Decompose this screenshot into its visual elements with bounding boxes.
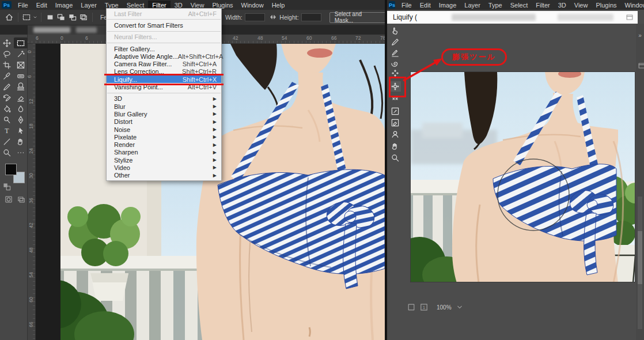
- type-tool-icon[interactable]: T: [0, 125, 14, 136]
- menu-separator: [107, 31, 221, 32]
- line-tool-icon[interactable]: [0, 136, 14, 147]
- height-field[interactable]: [301, 13, 321, 21]
- menu-item-noise[interactable]: Noise▶: [107, 126, 221, 133]
- pen-tool-icon[interactable]: [14, 114, 28, 125]
- face-tool-icon[interactable]: [389, 129, 401, 139]
- eraser-tool-icon[interactable]: [14, 92, 28, 103]
- menu-item-other[interactable]: Other▶: [107, 172, 221, 179]
- history-brush-tool-icon[interactable]: [0, 92, 14, 103]
- eyedropper-tool-icon[interactable]: [0, 70, 14, 81]
- add-selection-icon[interactable]: [55, 12, 67, 23]
- menu-item-blur-gallery[interactable]: Blur Gallery▶: [107, 110, 221, 118]
- document-tab[interactable]: [28, 25, 106, 35]
- menubar-item-file[interactable]: File: [14, 1, 32, 10]
- blur-tool-icon[interactable]: [14, 103, 28, 114]
- path-select-tool-icon[interactable]: [14, 125, 28, 136]
- ellipsis-tool-icon[interactable]: [14, 147, 28, 158]
- menu-item-neural-filters[interactable]: Neural Filters...: [107, 33, 221, 41]
- home-icon[interactable]: [3, 12, 15, 23]
- menu-item-distort[interactable]: Distort▶: [107, 118, 221, 126]
- tool-preset-marquee-icon[interactable]: [21, 12, 32, 23]
- chevron-down-icon[interactable]: [455, 303, 464, 312]
- hand-tool-icon[interactable]: [389, 141, 401, 152]
- menu-item-video[interactable]: Video▶: [107, 164, 221, 171]
- canvas-pasteboard: [36, 44, 60, 340]
- zoom-tool-icon[interactable]: [0, 147, 14, 158]
- scrollbar-thumb[interactable]: [638, 231, 642, 284]
- lasso-tool-icon[interactable]: [0, 48, 14, 59]
- menu-item-sharpen[interactable]: Sharpen▶: [107, 149, 221, 156]
- submenu-arrow-icon: ▶: [213, 119, 217, 124]
- menubar-item-plugins[interactable]: Plugins: [592, 1, 620, 10]
- link-dimensions-icon[interactable]: [267, 12, 279, 23]
- menu-item-render[interactable]: Render▶: [107, 141, 221, 148]
- liquify-preview[interactable]: [410, 71, 635, 282]
- dodge-tool-icon[interactable]: [0, 114, 14, 125]
- quick-mask-icon[interactable]: [4, 195, 13, 204]
- screen-mode-icon[interactable]: [17, 195, 26, 204]
- freeze-mask-tool-icon[interactable]: [389, 106, 401, 116]
- zoom-level-value[interactable]: 100%: [437, 304, 452, 311]
- menubar-item-type[interactable]: Type: [484, 1, 506, 10]
- ruler-number: 6: [85, 35, 88, 41]
- width-field[interactable]: [245, 13, 265, 21]
- menu-item-pixelate[interactable]: Pixelate▶: [107, 133, 221, 141]
- menu-item-blur[interactable]: Blur▶: [107, 103, 221, 110]
- menu-item-liquify[interactable]: Liquify...Shift+Ctrl+X: [107, 75, 221, 83]
- menubar-item-image[interactable]: Image: [435, 1, 461, 10]
- preview-scrollbar[interactable]: [638, 197, 642, 329]
- dialog-title: Liquify (: [393, 13, 417, 21]
- restore-window-icon[interactable]: [625, 13, 634, 22]
- properties-panel-icon[interactable]: [637, 61, 644, 70]
- crop-tool-icon[interactable]: [0, 59, 14, 70]
- menubar-item-edit[interactable]: Edit: [32, 1, 51, 10]
- menubar-item-edit[interactable]: Edit: [416, 1, 435, 10]
- menubar-item-window[interactable]: Window: [621, 1, 644, 10]
- smooth-tool-icon[interactable]: [389, 48, 401, 58]
- caret-down-icon[interactable]: [32, 12, 38, 23]
- magic-wand-tool-icon[interactable]: [14, 48, 28, 59]
- brush-tool-icon[interactable]: [0, 81, 14, 92]
- liquify-title-bar[interactable]: Liquify (: [387, 11, 638, 24]
- move-tool-icon[interactable]: [0, 37, 14, 48]
- menubar-item-select[interactable]: Select: [506, 1, 532, 10]
- menu-item-convert-for-smart-filters[interactable]: Convert for Smart Filters: [107, 21, 221, 29]
- hand-tool-icon[interactable]: [14, 136, 28, 147]
- menubar-item-image[interactable]: Image: [51, 1, 77, 10]
- select-and-mask-button[interactable]: Select and Mask...: [329, 12, 386, 23]
- ruler-number: 0: [60, 35, 63, 41]
- foreground-color-swatch[interactable]: [5, 164, 17, 175]
- thaw-mask-tool-icon[interactable]: [389, 118, 401, 128]
- menubar-item-layer[interactable]: Layer: [460, 1, 484, 10]
- menu-item-adaptive-wide-angle[interactable]: Adaptive Wide Angle...Alt+Shift+Ctrl+A: [107, 52, 221, 60]
- new-selection-icon[interactable]: [44, 12, 56, 23]
- menu-item-last-filter[interactable]: Last FilterAlt+Ctrl+F: [107, 10, 221, 17]
- menubar-item-help[interactable]: Help: [268, 1, 289, 10]
- marquee-tool-icon[interactable]: [14, 37, 28, 48]
- clone-stamp-tool-icon[interactable]: [14, 81, 28, 92]
- gradient-tool-icon[interactable]: [0, 103, 14, 114]
- menubar-item-layer[interactable]: Layer: [77, 1, 101, 10]
- menu-item-3d[interactable]: 3D▶: [107, 95, 221, 103]
- default-swatches-icon[interactable]: [2, 182, 12, 191]
- svg-text:T: T: [5, 127, 9, 135]
- menubar-item-file[interactable]: File: [397, 1, 416, 10]
- healing-tool-icon[interactable]: [14, 70, 28, 81]
- intersect-selection-icon[interactable]: [78, 12, 89, 23]
- menubar-item-window[interactable]: Window: [237, 1, 268, 10]
- reconstruct-tool-icon[interactable]: [389, 37, 401, 47]
- forward-warp-tool-icon[interactable]: [389, 25, 401, 36]
- collapse-panels-icon[interactable]: »: [636, 32, 644, 39]
- menu-item-stylize[interactable]: Stylize▶: [107, 156, 221, 164]
- frame-tool-icon[interactable]: [14, 59, 28, 70]
- square-1-icon[interactable]: 1: [419, 303, 429, 312]
- menu-item-filter-gallery[interactable]: Filter Gallery...: [107, 45, 221, 52]
- small-square-icon[interactable]: [407, 303, 416, 312]
- menu-item-camera-raw-filter[interactable]: Camera Raw Filter...Shift+Ctrl+A: [107, 60, 221, 67]
- zoom-tool-icon[interactable]: [389, 153, 401, 163]
- subtract-selection-icon[interactable]: [67, 12, 78, 23]
- menubar-item-view[interactable]: View: [570, 1, 592, 10]
- menubar-item-3d[interactable]: 3D: [554, 1, 570, 10]
- menubar-item-filter[interactable]: Filter: [532, 1, 554, 10]
- height-label: Height:: [279, 14, 298, 21]
